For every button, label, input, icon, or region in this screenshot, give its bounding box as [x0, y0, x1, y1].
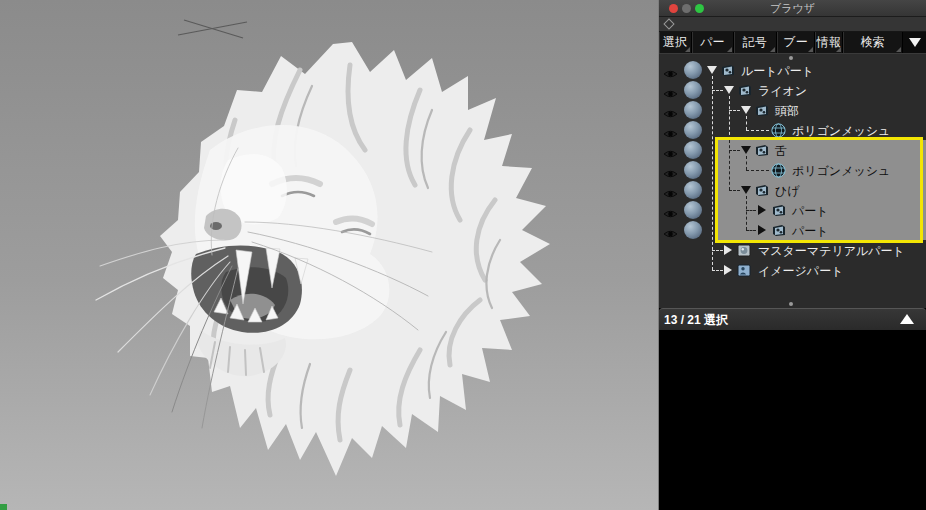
- minimize-button[interactable]: [682, 4, 691, 13]
- diamond-icon[interactable]: [663, 18, 674, 29]
- tree-row-6[interactable]: ひげ: [659, 180, 926, 200]
- tree-row-label: 頭部: [775, 103, 799, 120]
- tab-corner-mark: [808, 47, 813, 52]
- tree-row-1[interactable]: ライオン: [659, 80, 926, 100]
- expander-expanded-icon[interactable]: [741, 106, 751, 114]
- tab-4[interactable]: 情報: [815, 32, 843, 53]
- expander-expanded-icon[interactable]: [724, 86, 734, 94]
- visibility-sphere-button[interactable]: [684, 81, 702, 99]
- tab-bar: 選択パー記号ブー情報検索: [659, 32, 926, 54]
- chevron-down-icon: [909, 38, 921, 47]
- tree-row-label: 舌: [775, 143, 787, 160]
- tree-row-3[interactable]: ポリゴンメッシュ: [659, 120, 926, 140]
- triangle-up-icon[interactable]: [900, 314, 914, 324]
- object-tree[interactable]: ルートパートライオン頭部ポリゴンメッシュ舌ポリゴンメッシュひげパートパートマスタ…: [659, 54, 926, 308]
- splitter-handle-bottom[interactable]: [789, 302, 793, 306]
- tree-row-8[interactable]: パート: [659, 220, 926, 240]
- expander-collapsed-icon[interactable]: [758, 205, 766, 215]
- tree-row-2[interactable]: 頭部: [659, 100, 926, 120]
- tree-row-7[interactable]: パート: [659, 200, 926, 220]
- visibility-sphere-button[interactable]: [684, 221, 702, 239]
- lion-head-model: [0, 0, 658, 510]
- visibility-sphere-button[interactable]: [684, 181, 702, 199]
- tab-label: 記号: [743, 34, 767, 51]
- expander-expanded-icon[interactable]: [741, 146, 751, 154]
- visibility-sphere-button[interactable]: [684, 201, 702, 219]
- tab-corner-mark: [770, 47, 775, 52]
- part-icon: [754, 103, 770, 121]
- tab-3[interactable]: ブー: [777, 32, 816, 53]
- tree-row-label: ルートパート: [741, 63, 814, 80]
- tab-corner-mark: [727, 47, 732, 52]
- expander-collapsed-icon[interactable]: [724, 265, 732, 275]
- tab-corner-mark: [685, 47, 690, 52]
- tab-overflow-button[interactable]: [903, 32, 926, 53]
- tree-row-4[interactable]: 舌: [659, 140, 926, 160]
- tree-row-label: ポリゴンメッシュ: [792, 163, 890, 180]
- viewport-3d[interactable]: [0, 0, 658, 510]
- tab-label: 選択: [663, 34, 687, 51]
- part-icon: [754, 183, 770, 201]
- selection-count: 13 / 21 選択: [664, 312, 728, 329]
- master-material-icon: [737, 243, 751, 261]
- visibility-sphere-button[interactable]: [684, 61, 702, 79]
- close-button[interactable]: [669, 4, 678, 13]
- tree-row-label: パート: [792, 203, 829, 220]
- expander-expanded-icon[interactable]: [741, 186, 751, 194]
- part-icon: [720, 63, 736, 81]
- image-part-icon: [737, 263, 751, 281]
- tab-corner-mark: [836, 47, 841, 52]
- visibility-sphere-button[interactable]: [684, 141, 702, 159]
- axis-gizmo-fragment: [0, 504, 7, 510]
- tab-corner-mark: [896, 47, 901, 52]
- tree-row-label: ライオン: [758, 83, 807, 100]
- expander-collapsed-icon[interactable]: [724, 245, 732, 255]
- status-bar: 13 / 21 選択: [659, 308, 926, 330]
- tab-2[interactable]: 記号: [734, 32, 777, 53]
- part-icon: [754, 143, 770, 161]
- expander-collapsed-icon[interactable]: [758, 225, 766, 235]
- tree-row-label: イメージパート: [758, 263, 843, 280]
- part-icon: [771, 223, 787, 241]
- zoom-button[interactable]: [695, 4, 704, 13]
- visibility-sphere-button[interactable]: [684, 161, 702, 179]
- tab-1[interactable]: パー: [692, 32, 734, 53]
- tree-row-label: ひげ: [775, 183, 800, 200]
- browser-panel: ブラウザ 選択パー記号ブー情報検索 ルートパートライオン頭部ポリゴンメッシュ舌ポ…: [658, 0, 926, 510]
- visibility-sphere-button[interactable]: [684, 101, 702, 119]
- panel-empty-area: [659, 330, 926, 510]
- tab-5[interactable]: 検索: [843, 32, 903, 53]
- part-icon: [771, 203, 787, 221]
- tree-row-5[interactable]: ポリゴンメッシュ: [659, 160, 926, 180]
- tab-label: 検索: [861, 34, 885, 51]
- expander-expanded-icon[interactable]: [707, 66, 717, 74]
- tree-row-label: ポリゴンメッシュ: [792, 123, 890, 140]
- tab-label: パー: [700, 34, 724, 51]
- tab-label: ブー: [783, 34, 807, 51]
- tree-row-label: パート: [792, 223, 829, 240]
- tree-row-0[interactable]: ルートパート: [659, 60, 926, 80]
- tree-row-label: マスターマテリアルパート: [758, 243, 905, 260]
- tree-row-10[interactable]: イメージパート: [659, 260, 926, 280]
- filter-row[interactable]: [659, 17, 926, 32]
- visibility-sphere-button[interactable]: [684, 121, 702, 139]
- tab-0[interactable]: 選択: [659, 32, 692, 53]
- window-titlebar[interactable]: ブラウザ: [659, 0, 926, 17]
- tree-row-9[interactable]: マスターマテリアルパート: [659, 240, 926, 260]
- scene-cross-marker: [178, 20, 247, 38]
- part-icon: [737, 83, 753, 101]
